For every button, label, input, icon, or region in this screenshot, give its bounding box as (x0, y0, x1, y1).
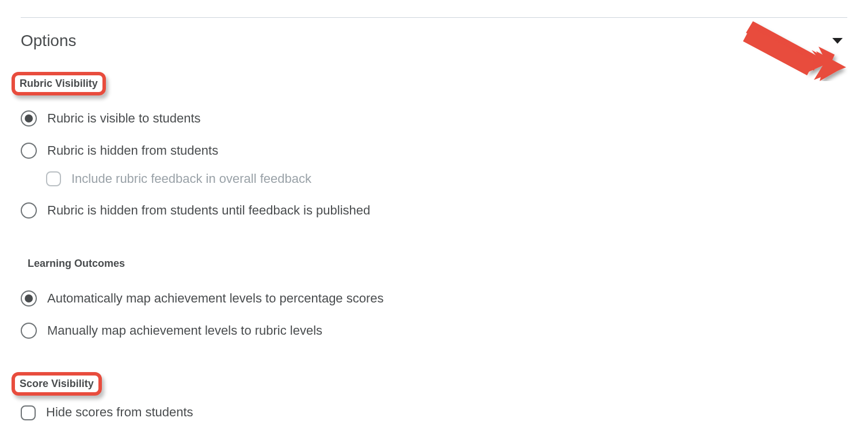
radio-label: Rubric is visible to students (47, 111, 201, 126)
radio-rubric-visible[interactable] (21, 110, 37, 127)
collapse-caret-icon[interactable] (832, 38, 843, 44)
group-label-learning-outcomes: Learning Outcomes (21, 253, 132, 274)
radio-label: Automatically map achievement levels to … (47, 291, 384, 306)
radio-label: Rubric is hidden from students (47, 143, 218, 158)
checkbox-include-feedback (46, 171, 61, 186)
annotation-arrow-icon (644, 18, 851, 81)
checkbox-label: Hide scores from students (46, 405, 193, 420)
annotation-highlight-score-visibility: Score Visibility (13, 373, 101, 394)
options-heading: Options (21, 32, 77, 50)
radio-rubric-hidden[interactable] (21, 143, 37, 159)
radio-label: Manually map achievement levels to rubri… (47, 323, 322, 338)
radio-manual-map[interactable] (21, 323, 37, 339)
group-label-score-visibility: Score Visibility (13, 373, 101, 394)
checkbox-hide-scores[interactable] (21, 405, 36, 420)
divider (21, 17, 847, 18)
radio-rubric-hidden-until-published[interactable] (21, 202, 37, 219)
svg-marker-0 (753, 21, 835, 71)
annotation-highlight-rubric-visibility: Rubric Visibility (13, 73, 105, 94)
radio-auto-map[interactable] (21, 290, 37, 307)
radio-label: Rubric is hidden from students until fee… (47, 203, 370, 218)
checkbox-label: Include rubric feedback in overall feedb… (71, 171, 311, 186)
svg-rect-2 (743, 27, 814, 75)
group-label-rubric-visibility: Rubric Visibility (13, 73, 105, 94)
